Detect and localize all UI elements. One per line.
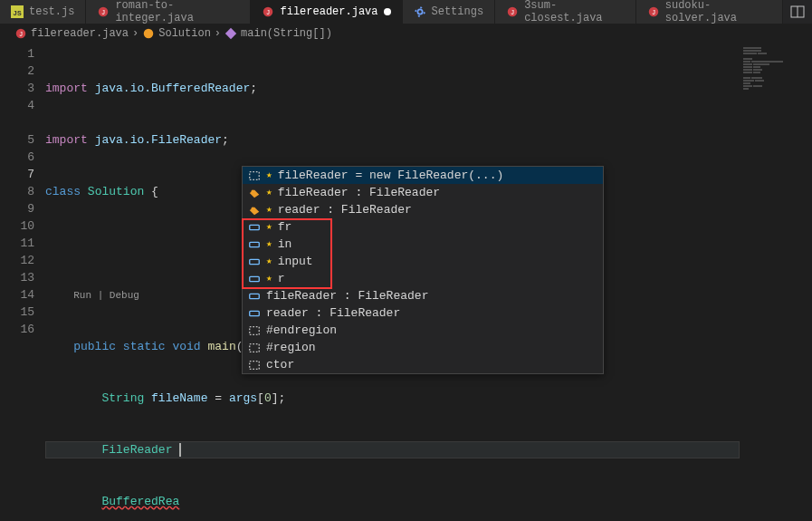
breadcrumb[interactable]: J filereader.java › Solution › main(Stri…	[0, 24, 812, 43]
tab-label: 3sum-closest.java	[524, 0, 625, 24]
autocomplete-label: reader : FileReader	[266, 304, 400, 322]
minimap[interactable]	[740, 43, 812, 519]
line-number[interactable]: 5	[0, 131, 34, 149]
star-icon: ★	[266, 184, 272, 201]
tab-filereader-java[interactable]: Jfilereader.java	[251, 0, 402, 24]
line-number[interactable]: 13	[0, 269, 34, 286]
svg-rect-26	[250, 326, 260, 334]
star-icon: ★	[266, 253, 272, 270]
tab-label: Settings	[432, 5, 484, 18]
svg-text:J: J	[266, 9, 270, 16]
autocomplete-item[interactable]: ★fileReader = new FileReader(...)	[243, 167, 603, 184]
autocomplete-label: #region	[266, 339, 316, 356]
autocomplete-label: fileReader = new FileReader(...)	[278, 167, 504, 184]
autocomplete-label: r	[278, 270, 285, 287]
autocomplete-item[interactable]: ★in	[243, 236, 603, 253]
line-number[interactable]: 14	[0, 286, 34, 304]
method-icon	[224, 27, 237, 40]
autocomplete-label: #endregion	[266, 322, 337, 339]
line-number[interactable]: 2	[0, 63, 34, 80]
star-icon: ★	[266, 167, 272, 184]
star-icon: ★	[266, 218, 272, 236]
svg-rect-28	[250, 361, 260, 369]
line-gutter[interactable]: 12345678910111213141516	[0, 43, 45, 519]
star-icon: ★	[266, 236, 272, 253]
active-line[interactable]: FileReader	[45, 441, 740, 458]
breadcrumb-method[interactable]: main(String[])	[241, 27, 332, 40]
tab-sudoku-solver-java[interactable]: Jsudoku-solver.java	[636, 0, 783, 24]
autocomplete-label: ctor	[266, 356, 294, 373]
member-icon	[248, 204, 261, 217]
autocomplete-label: in	[278, 236, 292, 253]
autocomplete-item[interactable]: ★fileReader : FileReader	[243, 184, 603, 201]
line-number[interactable]: 12	[0, 252, 34, 269]
autocomplete-item[interactable]: ★r	[243, 270, 603, 287]
java-icon: J	[14, 27, 27, 40]
star-icon: ★	[266, 201, 272, 218]
line-number[interactable]: 10	[0, 217, 34, 235]
autocomplete-item[interactable]: #region	[243, 339, 603, 356]
svg-text:J: J	[101, 9, 105, 16]
split-editor-icon[interactable]	[790, 5, 805, 19]
svg-rect-20	[250, 225, 260, 229]
svg-text:J: J	[511, 9, 514, 16]
line-number[interactable]: 7	[0, 166, 34, 183]
autocomplete-item[interactable]: ★fr	[243, 218, 603, 236]
chevron-right-icon: ›	[132, 27, 139, 40]
java-icon: J	[262, 5, 274, 18]
snippet-icon	[248, 342, 261, 354]
var-icon	[248, 238, 261, 251]
svg-point-6	[417, 9, 422, 14]
autocomplete-item[interactable]: ctor	[243, 356, 603, 373]
breadcrumb-class[interactable]: Solution	[158, 27, 211, 40]
tab-settings[interactable]: Settings	[403, 0, 496, 24]
tab-label: roman-to-integer.java	[115, 0, 239, 24]
autocomplete-label: fileReader : FileReader	[278, 184, 440, 201]
svg-rect-17	[250, 171, 260, 179]
svg-rect-27	[250, 343, 260, 352]
snippet-icon	[248, 324, 261, 337]
tab-3sum-closest-java[interactable]: J3sum-closest.java	[495, 0, 636, 24]
line-number[interactable]: 16	[0, 321, 34, 338]
autocomplete-item[interactable]: reader : FileReader	[243, 304, 603, 322]
autocomplete-item[interactable]: ★input	[243, 253, 603, 270]
svg-text:JS: JS	[13, 9, 22, 17]
dirty-indicator-icon	[384, 8, 391, 15]
svg-point-19	[252, 207, 255, 210]
code-area[interactable]: import java.io.BufferedReader; import ja…	[45, 43, 740, 519]
autocomplete-item[interactable]: fileReader : FileReader	[243, 287, 603, 304]
line-number[interactable]: 6	[0, 149, 34, 166]
settings-icon	[414, 5, 426, 18]
svg-text:J: J	[652, 9, 655, 16]
codelens-debug[interactable]: Debug	[110, 290, 139, 301]
autocomplete-item[interactable]: #endregion	[243, 322, 603, 339]
class-icon	[142, 27, 155, 40]
var-icon	[248, 256, 261, 268]
line-number[interactable]: 3	[0, 80, 34, 97]
line-number[interactable]: 8	[0, 183, 34, 200]
var-icon	[248, 221, 261, 234]
java-icon: J	[647, 5, 660, 18]
tab-roman-to-integer-java[interactable]: Jroman-to-integer.java	[86, 0, 251, 24]
line-number[interactable]: 11	[0, 235, 34, 252]
svg-rect-22	[250, 259, 260, 264]
star-icon: ★	[266, 270, 272, 287]
autocomplete-label: fileReader : FileReader	[266, 287, 428, 304]
member-icon	[248, 187, 261, 199]
line-number[interactable]: 15	[0, 304, 34, 321]
codelens-run[interactable]: Run	[73, 290, 91, 301]
svg-rect-23	[250, 276, 260, 281]
tab-test-js[interactable]: JStest.js	[0, 0, 86, 24]
tab-label: test.js	[29, 5, 74, 18]
tab-bar: JStest.jsJroman-to-integer.javaJfileread…	[0, 0, 812, 24]
line-number[interactable]: 4	[0, 97, 34, 114]
line-number[interactable]: 1	[0, 45, 34, 63]
breadcrumb-file[interactable]: filereader.java	[31, 27, 129, 40]
java-icon: J	[506, 5, 519, 18]
autocomplete-item[interactable]: ★reader : FileReader	[243, 201, 603, 218]
autocomplete-popup[interactable]: ★fileReader = new FileReader(...)★fileRe…	[242, 166, 604, 374]
svg-point-15	[144, 29, 154, 39]
tab-label: filereader.java	[280, 5, 377, 18]
chevron-right-icon: ›	[215, 27, 221, 40]
line-number[interactable]: 9	[0, 200, 34, 217]
